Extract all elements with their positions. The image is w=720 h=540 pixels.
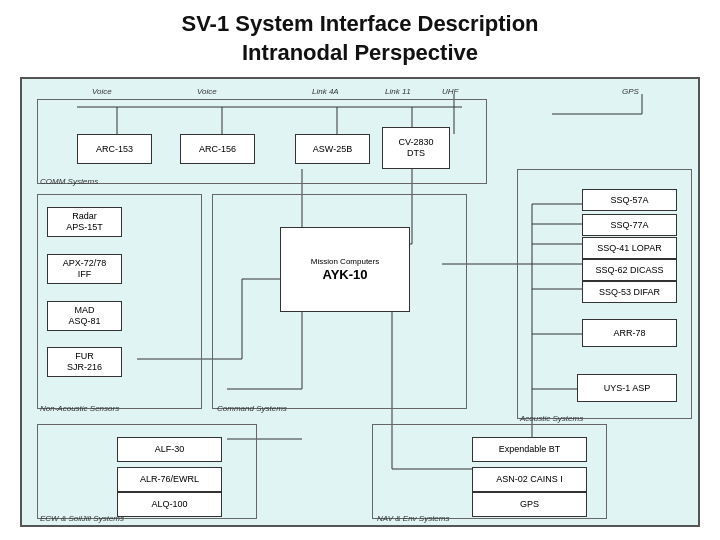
gps-bottom-box: GPS	[472, 492, 587, 517]
ssq62-box: SSQ-62 DICASS	[582, 259, 677, 281]
ssq77a-box: SSQ-77A	[582, 214, 677, 236]
arr78-box: ARR-78	[582, 319, 677, 347]
arc156-box: ARC-156	[180, 134, 255, 164]
mad-box: MAD ASQ-81	[47, 301, 122, 331]
comm-label: COMM Systems	[40, 177, 98, 186]
gps-top-label: GPS	[622, 87, 639, 96]
voice2-label: Voice	[197, 87, 217, 96]
alr76-box: ALR-76/EWRL	[117, 467, 222, 492]
command-section-border	[212, 194, 467, 409]
cv2830-box: CV-2830 DTS	[382, 127, 450, 169]
acoustic-label: Acoustic Systems	[520, 414, 583, 423]
expendable-box: Expendable BT	[472, 437, 587, 462]
fur-box: FUR SJR-216	[47, 347, 122, 377]
voice1-label: Voice	[92, 87, 112, 96]
nav-label: NAV & Env Systems	[377, 514, 449, 523]
aps15t-box: Radar APS-15T	[47, 207, 122, 237]
alq100-box: ALQ-100	[117, 492, 222, 517]
ssq53-box: SSQ-53 DIFAR	[582, 281, 677, 303]
arc153-box: ARC-153	[77, 134, 152, 164]
command-label: Command Systems	[217, 404, 287, 413]
page: SV-1 System Interface Description Intran…	[0, 0, 720, 540]
uhf-label: UHF	[442, 87, 458, 96]
asn92-box: ASN-02 CAINS I	[472, 467, 587, 492]
ssq57a-box: SSQ-57A	[582, 189, 677, 211]
link4a-label: Link 4A	[312, 87, 339, 96]
ssq41-box: SSQ-41 LOPAR	[582, 237, 677, 259]
non-acoustic-label: Non-Acoustic Sensors	[40, 404, 119, 413]
page-title: SV-1 System Interface Description Intran…	[181, 10, 538, 67]
alr30-box: ALF-30	[117, 437, 222, 462]
uys1-box: UYS-1 ASP	[577, 374, 677, 402]
apx72-box: APX-72/78 IFF	[47, 254, 122, 284]
link11-label: Link 11	[385, 87, 411, 96]
diagram: Voice Voice Link 4A Link 11 UHF GPS COMM…	[20, 77, 700, 527]
ecw-label: ECW & SoilJill Systems	[40, 514, 124, 523]
asw25b-box: ASW-25B	[295, 134, 370, 164]
